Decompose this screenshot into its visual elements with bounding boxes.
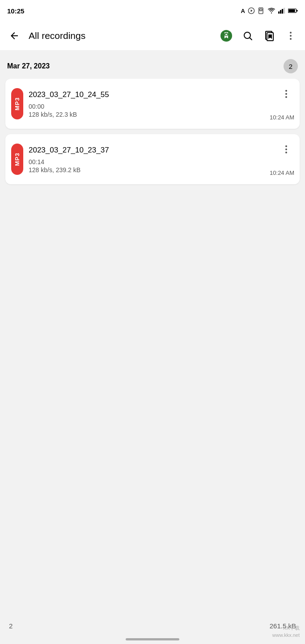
recording-card[interactable]: MP3 2023_03_27_10_24_55 00:00 128 kb/s, … <box>5 79 300 129</box>
more-options-button[interactable] <box>280 25 301 47</box>
notification-icon-a: A <box>241 8 245 14</box>
status-icons: A <box>241 7 298 14</box>
vertical-dots-icon <box>285 145 287 153</box>
status-time: 10:25 <box>7 7 24 15</box>
recording-meta: 128 kb/s, 239.2 kB <box>29 166 251 174</box>
recording-info: 2023_03_27_10_24_55 00:00 128 kb/s, 22.3… <box>29 86 251 122</box>
play-icon <box>248 7 255 14</box>
svg-rect-10 <box>288 9 295 12</box>
recording-time: 10:24 AM <box>270 169 294 177</box>
recording-menu-button[interactable] <box>278 141 294 157</box>
vertical-dots-icon <box>285 90 287 98</box>
mp3-label: MP3 <box>11 88 23 119</box>
recording-name: 2023_03_27_10_23_37 <box>29 145 251 156</box>
format-badge: MP3 <box>5 141 29 177</box>
back-button[interactable] <box>4 25 25 47</box>
recording-right: 10:24 AM <box>251 141 296 177</box>
recording-duration: 00:00 <box>29 103 251 110</box>
watermark: KK下载 www.kkx.net <box>272 625 300 639</box>
recording-name: 2023_03_27_10_24_55 <box>29 89 251 100</box>
bookmark-star-button[interactable] <box>216 25 237 47</box>
recording-time: 10:24 AM <box>270 114 294 122</box>
svg-rect-5 <box>280 10 281 13</box>
recording-right: 10:24 AM <box>251 86 296 122</box>
svg-line-14 <box>250 38 252 40</box>
svg-rect-4 <box>278 12 280 14</box>
svg-rect-9 <box>297 10 298 11</box>
signal-icon <box>278 7 285 14</box>
sim-card-icon <box>258 7 265 14</box>
home-indicator <box>126 638 179 640</box>
battery-icon <box>288 8 298 13</box>
recording-info: 2023_03_27_10_23_37 00:14 128 kb/s, 239.… <box>29 141 251 177</box>
recording-duration: 00:14 <box>29 158 251 165</box>
section-count: 2 <box>284 59 298 73</box>
footer: 2 261.5 kB <box>0 622 305 630</box>
footer-count: 2 <box>9 622 13 630</box>
svg-rect-7 <box>284 8 285 14</box>
format-badge: MP3 <box>5 86 29 122</box>
mp3-label: MP3 <box>11 144 23 175</box>
svg-marker-1 <box>251 9 253 12</box>
svg-rect-3 <box>260 9 262 11</box>
section-header: Mar 27, 2023 2 <box>0 50 305 79</box>
recording-meta: 128 kb/s, 22.3 kB <box>29 111 251 118</box>
recording-menu-button[interactable] <box>278 86 294 102</box>
status-bar: 10:25 A <box>0 0 305 21</box>
svg-rect-6 <box>282 9 283 13</box>
top-bar: All recordings <box>0 21 305 50</box>
section-date: Mar 27, 2023 <box>7 62 50 70</box>
watermark-line1: KK下载 <box>272 625 300 631</box>
top-bar-actions <box>216 25 301 47</box>
watermark-line2: www.kkx.net <box>272 632 300 639</box>
vertical-dots-icon <box>290 32 292 40</box>
page-title: All recordings <box>27 30 214 41</box>
search-button[interactable] <box>237 25 258 47</box>
albums-button[interactable] <box>258 25 280 47</box>
recording-card[interactable]: MP3 2023_03_27_10_23_37 00:14 128 kb/s, … <box>5 134 300 184</box>
wifi-icon <box>267 7 275 14</box>
